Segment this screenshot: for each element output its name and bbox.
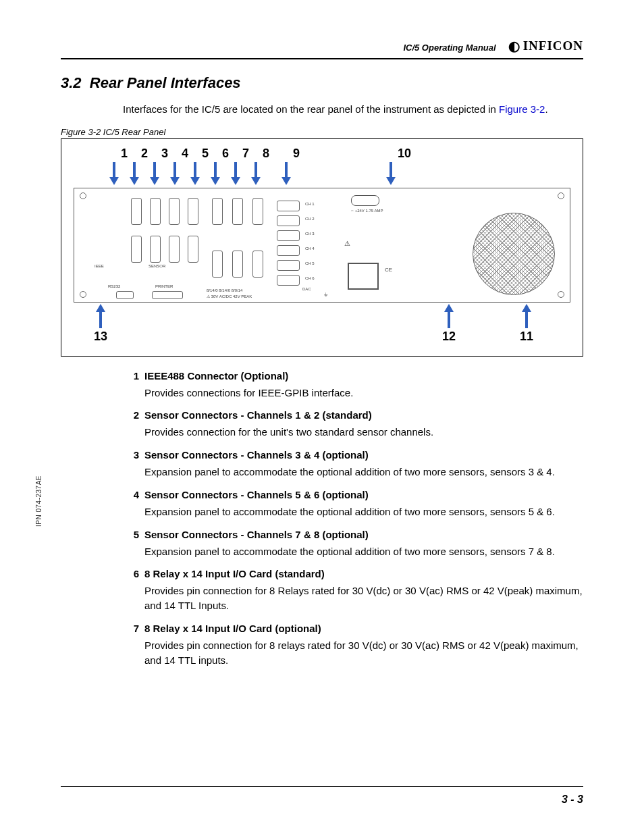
item-number: 6 — [123, 568, 139, 579]
intro-text-post: . — [545, 103, 547, 115]
callout-8: 8 — [256, 147, 276, 161]
item-desc: Provides connections for IEEE-GPIB inter… — [144, 386, 583, 400]
item-title: Sensor Connectors - Channels 1 & 2 (stan… — [144, 409, 583, 421]
item-number: 7 — [123, 623, 139, 634]
section-heading: 3.2 Rear Panel Interfaces — [61, 74, 583, 92]
label-rs232: RS232 — [108, 284, 120, 288]
connector-dac — [277, 201, 300, 211]
item-title: IEEE488 Connector (Optional) — [144, 370, 583, 382]
warning-icon: ⚠ — [344, 240, 350, 247]
ce-mark: CE — [385, 267, 392, 273]
item-title: Sensor Connectors - Channels 5 & 6 (opti… — [144, 489, 583, 500]
label-ieee: IEEE — [95, 264, 104, 268]
callout-11: 11 — [483, 330, 570, 344]
connector-dac — [277, 245, 300, 256]
connector-output — [252, 251, 263, 278]
item-number: 1 — [123, 370, 139, 382]
label-power: ⎓ +24V 1.75 AMP — [351, 209, 383, 213]
connector-input — [212, 251, 223, 278]
screw-icon — [558, 291, 564, 298]
label-ch5: CH 5 — [305, 261, 315, 265]
callout-arrows-bottom — [74, 304, 570, 330]
page-number: 3 - 3 — [562, 793, 583, 806]
item-number: 3 — [123, 449, 139, 461]
item-title: 8 Relay x 14 Input I/O Card (standard) — [144, 568, 583, 579]
connector-printer — [152, 291, 183, 299]
label-ch2: CH 2 — [305, 217, 315, 221]
screw-icon — [80, 192, 86, 199]
list-item: 7 8 Relay x 14 Input I/O Card (optional)… — [123, 623, 583, 668]
label-ch4: CH 4 — [305, 246, 315, 251]
connector-dac — [277, 230, 300, 241]
connector-ch7 — [188, 236, 198, 263]
callout-numbers-top: 1 2 3 4 5 6 7 8 9 10 — [114, 147, 570, 161]
item-desc: Expansion panel to accommodate the optio… — [144, 544, 583, 559]
power-connector — [351, 195, 379, 206]
connector-ch5 — [169, 236, 180, 263]
item-title: Sensor Connectors - Channels 3 & 4 (opti… — [144, 449, 583, 461]
label-dac: DAC — [302, 287, 311, 291]
list-item: 3 Sensor Connectors - Channels 3 & 4 (op… — [123, 449, 583, 479]
figure-caption: Figure 3-2 IC/5 Rear Panel — [61, 127, 583, 137]
brand-logo: ◐ INFICON — [508, 38, 583, 54]
label-rating: 8/14/0 8/14/0 8/0/14 — [207, 288, 242, 292]
callout-9: 9 — [276, 147, 317, 161]
screw-icon — [80, 291, 86, 298]
list-item: 1 IEEE488 Connector (Optional) Provides … — [123, 370, 583, 400]
callout-3: 3 — [155, 147, 175, 161]
callout-10: 10 — [317, 147, 411, 161]
label-ch6: CH 6 — [305, 276, 315, 280]
iec-inlet — [348, 263, 379, 290]
item-number: 2 — [123, 409, 139, 421]
connector-dac — [277, 275, 300, 286]
connector-input — [232, 251, 243, 278]
item-desc: Expansion panel to accommodate the optio… — [144, 504, 583, 519]
figure-link[interactable]: Figure 3-2 — [499, 103, 545, 115]
item-desc: Provides pin connection for 8 relays rat… — [144, 638, 583, 668]
callout-7: 7 — [236, 147, 256, 161]
connector-ch1 — [131, 236, 142, 263]
connector-relay — [212, 198, 223, 225]
callout-arrows-top — [114, 162, 570, 188]
callout-1: 1 — [114, 147, 134, 161]
callout-12: 12 — [415, 330, 483, 344]
page-header: IC/5 Operating Manual ◐ INFICON — [61, 38, 583, 59]
item-list: 1 IEEE488 Connector (Optional) Provides … — [123, 370, 583, 668]
connector-relay — [232, 198, 243, 225]
connector-dac — [277, 260, 300, 271]
screw-icon — [558, 192, 564, 199]
logo-icon: ◐ — [508, 38, 520, 54]
callout-2: 2 — [134, 147, 155, 161]
section-intro: Interfaces for the IC/5 are located on t… — [123, 102, 583, 117]
item-desc: Expansion panel to accommodate the optio… — [144, 465, 583, 479]
intro-text-pre: Interfaces for the IC/5 are located on t… — [123, 103, 499, 115]
item-desc: Provides pin connection for 8 Relays rat… — [144, 583, 583, 613]
callout-6: 6 — [215, 147, 236, 161]
label-sensor: SENSOR — [149, 264, 165, 268]
page-footer: 3 - 3 — [61, 786, 583, 806]
list-item: 6 8 Relay x 14 Input I/O Card (standard)… — [123, 568, 583, 613]
item-number: 4 — [123, 489, 139, 500]
callout-13: 13 — [74, 330, 128, 344]
item-desc: Provides connection for the unit's two s… — [144, 425, 583, 440]
connector-ch4 — [150, 198, 161, 225]
brand-name: INFICON — [523, 38, 583, 53]
label-printer: PRINTER — [155, 284, 173, 288]
connector-rs232 — [116, 291, 134, 299]
callout-4: 4 — [175, 147, 195, 161]
ground-icon: ⏚ — [324, 291, 327, 298]
list-item: 4 Sensor Connectors - Channels 5 & 6 (op… — [123, 489, 583, 519]
label-ch1: CH 1 — [305, 202, 315, 206]
rear-panel-diagram: CH 1 CH 2 CH 3 CH 4 CH 5 CH 6 DAC IEEE S… — [74, 188, 570, 303]
connector-ch6 — [169, 198, 180, 225]
section-number: 3.2 — [61, 74, 82, 91]
fan-grille — [473, 213, 555, 295]
section-title: Rear Panel Interfaces — [90, 74, 241, 91]
callout-numbers-bottom: 13 12 11 — [74, 330, 570, 344]
list-item: 5 Sensor Connectors - Channels 7 & 8 (op… — [123, 529, 583, 559]
item-title: Sensor Connectors - Channels 7 & 8 (opti… — [144, 529, 583, 540]
connector-ch2 — [131, 198, 142, 225]
connector-ch8 — [188, 198, 198, 225]
manual-title: IC/5 Operating Manual — [403, 43, 495, 53]
connector-dac — [277, 215, 300, 226]
